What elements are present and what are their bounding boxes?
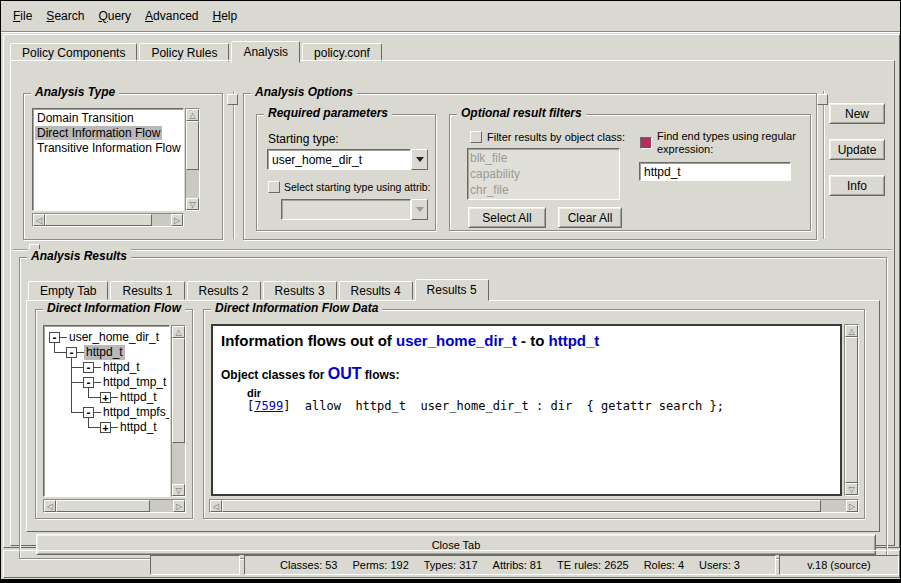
stat-roles: Roles: 4 xyxy=(644,559,684,571)
status-bar: Classes: 53Perms: 192Types: 317Attribs: … xyxy=(3,550,900,578)
sash-handle[interactable] xyxy=(227,94,238,105)
scroll-thumb[interactable] xyxy=(56,500,150,512)
tree-expander-minus-icon[interactable]: - xyxy=(83,407,94,418)
tree-hscrollbar[interactable]: ◁ ▷ xyxy=(43,499,186,513)
menu-item-advanced[interactable]: Advanced xyxy=(145,9,198,23)
menu-item-query[interactable]: Query xyxy=(98,9,131,23)
tree-node-httpd-tmpfs-t[interactable]: httpd_tmpfs_t xyxy=(101,405,170,420)
filter-by-class-label: Filter results by object class: xyxy=(487,131,625,143)
tree-node-httpd-tmp-t[interactable]: httpd_tmp_t xyxy=(101,375,168,390)
optional-filters-legend: Optional result filters xyxy=(457,106,586,120)
results-tab-results-2[interactable]: Results 2 xyxy=(187,281,261,300)
sash-handle[interactable] xyxy=(817,94,828,105)
analysis-results-group: Analysis Results Empty TabResults 1Resul… xyxy=(19,257,887,559)
tree-expander-plus-icon[interactable]: + xyxy=(100,422,111,433)
scroll-right-icon[interactable]: ▷ xyxy=(173,500,185,512)
scroll-down-icon[interactable]: ▽ xyxy=(186,198,199,210)
object-class-item: capability xyxy=(468,166,619,182)
regex-input[interactable] xyxy=(639,162,791,181)
object-class-item: blk_file xyxy=(468,150,619,166)
flow-data-legend: Direct Information Flow Data xyxy=(211,301,382,315)
object-class-item: chr_file xyxy=(468,182,619,198)
tree-expander-plus-icon[interactable]: + xyxy=(100,392,111,403)
scroll-left-icon[interactable]: ◁ xyxy=(33,214,45,226)
stat-perms: Perms: 192 xyxy=(353,559,409,571)
scroll-up-icon[interactable]: △ xyxy=(845,325,858,337)
scroll-thumb[interactable] xyxy=(845,337,858,483)
tree-node-httpd-t[interactable]: httpd_t xyxy=(84,345,125,360)
scroll-thumb[interactable] xyxy=(186,121,199,170)
flow-source-type: user_home_dir_t xyxy=(396,332,517,349)
select-all-button[interactable]: Select All xyxy=(468,207,546,228)
tree-expander-minus-icon[interactable]: - xyxy=(66,347,77,358)
analysis-type-hscrollbar[interactable]: ◁ ▷ xyxy=(32,213,184,227)
analysis-results-legend: Analysis Results xyxy=(27,249,131,263)
scroll-left-icon[interactable]: ◁ xyxy=(210,500,222,512)
tree-expander-minus-icon[interactable]: - xyxy=(83,377,94,388)
scroll-right-icon[interactable]: ▷ xyxy=(846,500,858,512)
results-tab-results-1[interactable]: Results 1 xyxy=(110,281,184,300)
results-tab-results-5[interactable]: Results 5 xyxy=(415,279,489,301)
scroll-thumb[interactable] xyxy=(45,214,152,226)
scroll-down-icon[interactable]: ▽ xyxy=(172,484,185,496)
clear-all-button[interactable]: Clear All xyxy=(558,207,622,228)
results-tabbar: Empty TabResults 1Results 2Results 3Resu… xyxy=(28,278,491,300)
analysis-type-legend: Analysis Type xyxy=(31,85,119,99)
update-button[interactable]: Update xyxy=(829,139,885,160)
stat-types: Types: 317 xyxy=(424,559,478,571)
window-bottom-edge xyxy=(1,579,901,583)
scroll-thumb[interactable] xyxy=(172,338,185,443)
scroll-right-icon[interactable]: ▷ xyxy=(171,214,183,226)
scroll-thumb[interactable] xyxy=(222,500,821,512)
tree-node-httpd-t[interactable]: httpd_t xyxy=(118,390,159,405)
tree-node-user-home-dir-t[interactable]: user_home_dir_t xyxy=(67,330,161,345)
tree-node-httpd-t[interactable]: httpd_t xyxy=(101,360,142,375)
filter-by-class-checkbox[interactable] xyxy=(470,131,482,143)
results-tab-results-4[interactable]: Results 4 xyxy=(339,281,413,300)
tab-analysis[interactable]: Analysis xyxy=(231,41,300,63)
menu-item-file[interactable]: File xyxy=(13,9,32,23)
data-vscrollbar[interactable]: △ ▽ xyxy=(844,324,859,496)
pane-sash-vertical-1[interactable] xyxy=(233,91,234,239)
info-button[interactable]: Info xyxy=(829,175,885,196)
flow-tree-canvas[interactable]: -user_home_dir_t-httpd_t-httpd_t-httpd_t… xyxy=(43,325,170,497)
results-tab-empty-tab[interactable]: Empty Tab xyxy=(28,281,108,300)
analysis-type-item-transitive-information-flow[interactable]: Transitive Information Flow xyxy=(33,141,183,156)
flow-classes-line: Object classes for OUT flows: xyxy=(221,365,832,383)
flow-data-textarea[interactable]: Information flows out of user_home_dir_t… xyxy=(211,324,842,496)
new-button[interactable]: New xyxy=(829,103,885,124)
apol-window: FileSearchQueryAdvancedHelp Policy Compo… xyxy=(0,0,901,583)
stat-te-rules: TE rules: 2625 xyxy=(557,559,629,571)
analysis-type-item-direct-information-flow[interactable]: Direct Information Flow xyxy=(33,126,183,141)
attrib-combobox xyxy=(281,199,428,220)
regex-checkbox[interactable] xyxy=(640,137,652,149)
pane-sash-horizontal[interactable] xyxy=(13,249,892,250)
rule-number-link[interactable]: 7599 xyxy=(254,399,283,413)
flow-title: Information flows out of user_home_dir_t… xyxy=(221,332,832,349)
analysis-type-vscrollbar[interactable]: △ ▽ xyxy=(185,108,200,211)
tree-expander-minus-icon[interactable]: - xyxy=(83,362,94,373)
attrib-checkbox[interactable] xyxy=(268,181,280,193)
attrib-checkbox-label: Select starting type using attrib: xyxy=(284,181,431,193)
scroll-left-icon[interactable]: ◁ xyxy=(44,500,56,512)
stat-users: Users: 3 xyxy=(699,559,740,571)
combobox-dropdown-button[interactable] xyxy=(411,149,428,170)
pane-sash-vertical-2[interactable] xyxy=(823,91,824,239)
menu-item-help[interactable]: Help xyxy=(212,9,237,23)
required-parameters-group: Required parameters Starting type: Selec… xyxy=(256,114,436,231)
scroll-down-icon[interactable]: ▽ xyxy=(845,483,858,495)
scroll-up-icon[interactable]: △ xyxy=(172,326,185,338)
starting-type-label: Starting type: xyxy=(268,132,339,146)
analysis-type-listbox[interactable]: Domain TransitionDirect Information Flow… xyxy=(32,108,184,211)
menu-item-search[interactable]: Search xyxy=(46,9,84,23)
starting-type-combobox[interactable] xyxy=(267,149,428,170)
tree-node-httpd-t[interactable]: httpd_t xyxy=(118,420,159,435)
results-tab-results-3[interactable]: Results 3 xyxy=(263,281,337,300)
starting-type-value[interactable] xyxy=(267,149,411,170)
tree-expander-minus-icon[interactable]: - xyxy=(49,332,60,343)
analysis-page: Analysis Type Domain TransitionDirect In… xyxy=(10,60,895,546)
analysis-type-item-domain-transition[interactable]: Domain Transition xyxy=(33,111,183,126)
data-hscrollbar[interactable]: ◁ ▷ xyxy=(209,499,859,513)
tree-vscrollbar[interactable]: △ ▽ xyxy=(171,325,186,497)
scroll-up-icon[interactable]: △ xyxy=(186,109,199,121)
